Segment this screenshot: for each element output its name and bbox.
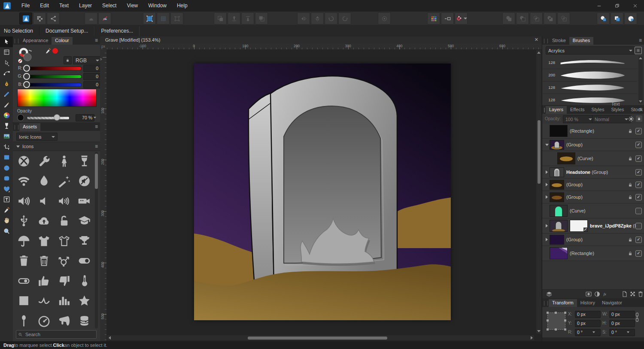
icons-section-header[interactable]: Icons ≡ — [13, 142, 100, 151]
layer-thumbnail[interactable] — [557, 152, 575, 164]
layer-thumbnail[interactable] — [550, 192, 564, 202]
layer-row[interactable]: (Curve) ✓ — [542, 151, 644, 166]
asset-category-select[interactable]: Ionic Icons — [16, 133, 58, 141]
panel-menu-icon[interactable]: ≡ — [95, 124, 98, 129]
layer-row[interactable]: (Group) ✓ — [542, 179, 644, 191]
scroll-down-icon[interactable] — [639, 100, 642, 103]
adjustment-layer-button[interactable] — [594, 291, 601, 297]
tab-history[interactable]: History — [577, 299, 598, 307]
brush-item[interactable]: 200 — [542, 69, 638, 82]
pencil-tool[interactable] — [0, 89, 13, 100]
blend-options-button[interactable] — [628, 115, 635, 122]
layer-row[interactable]: brave_iJpdP8Zpke (Im… — [542, 219, 644, 234]
layer-visibility-checkbox[interactable]: ✓ — [635, 142, 642, 148]
split-view-button[interactable] — [441, 12, 454, 24]
horizontal-scrollbar[interactable] — [107, 335, 534, 340]
channel-slider[interactable] — [26, 67, 82, 70]
opacity-swatch[interactable] — [17, 114, 24, 121]
menu-view[interactable]: View — [122, 0, 143, 12]
tab-effects[interactable]: Effects — [567, 106, 588, 114]
assets-scrollbar-thumb[interactable] — [95, 154, 98, 189]
brushes-scrollbar[interactable] — [638, 56, 643, 103]
vertical-ruler[interactable]: 0 100 200 300 400 500 — [100, 49, 107, 341]
export-persona-button[interactable] — [47, 12, 60, 24]
asset-star[interactable] — [74, 291, 94, 311]
vertical-scrollbar[interactable] — [536, 50, 541, 334]
layer-thumbnail[interactable] — [550, 205, 568, 217]
horizontal-scrollbar-thumb[interactable] — [248, 337, 387, 340]
transform-field-s[interactable]: 0 ° — [609, 329, 635, 336]
asset-tshirt-outline[interactable] — [54, 231, 74, 251]
node-tool[interactable] — [0, 58, 13, 68]
panel-grip[interactable] — [15, 125, 18, 130]
channel-slider[interactable] — [26, 83, 82, 87]
vector-brush-tool[interactable] — [0, 100, 13, 110]
layers-stack-icon[interactable] — [546, 291, 553, 297]
tab-text-styles[interactable]: Text Styles — [608, 100, 627, 114]
collapse-arrow-icon[interactable] — [545, 144, 549, 146]
rotate-clockwise-button[interactable] — [338, 12, 351, 24]
asset-school[interactable] — [74, 211, 94, 231]
panel-menu-icon[interactable]: ≡ — [639, 107, 642, 112]
layer-visibility-checkbox[interactable]: ✓ — [635, 128, 642, 134]
asset-volume-mute[interactable] — [74, 171, 94, 191]
brush-category-select[interactable]: Acrylics — [546, 46, 635, 55]
channel-value[interactable]: 0 — [83, 73, 100, 80]
dropdown-caret-icon[interactable] — [592, 331, 595, 333]
brush-item[interactable]: 128 — [542, 56, 638, 69]
heart-tool[interactable] — [0, 184, 13, 194]
boolean-subtract-button[interactable] — [516, 12, 529, 24]
layer-row[interactable]: (Rectangle) ✓ — [542, 124, 644, 139]
add-pixel-layer-button[interactable] — [629, 291, 636, 297]
asset-thumbs-up[interactable] — [34, 271, 54, 291]
menu-select[interactable]: Select — [97, 0, 122, 12]
opacity-value[interactable]: 70 % — [76, 114, 94, 121]
asset-toggle-outline[interactable] — [14, 271, 34, 291]
document-setup-button[interactable]: Document Setup... — [39, 26, 94, 36]
expand-arrow-icon[interactable] — [546, 224, 548, 228]
delete-layer-button[interactable] — [637, 291, 644, 297]
channel-value[interactable]: 0 — [83, 65, 100, 72]
tab-navigator[interactable]: Navigator — [598, 299, 626, 307]
insert-inside-button[interactable] — [611, 12, 623, 24]
tab-stroke[interactable]: Stroke — [549, 37, 569, 45]
menu-edit[interactable]: Edit — [35, 0, 54, 12]
asset-videocam[interactable] — [74, 191, 94, 211]
layer-visibility-checkbox[interactable]: ✓ — [635, 169, 642, 176]
scroll-up-icon[interactable] — [639, 57, 642, 59]
layer-row[interactable]: (Group) ✓ — [542, 139, 644, 151]
tab-transform[interactable]: Transform — [549, 299, 577, 307]
scroll-down-icon[interactable] — [537, 330, 541, 332]
layer-visibility-checkbox[interactable] — [635, 208, 642, 214]
layer-row[interactable]: (Group) ✓ — [542, 234, 644, 246]
menu-text[interactable]: Text — [54, 0, 74, 12]
menu-help[interactable]: Help — [172, 0, 193, 12]
asset-magic-wand[interactable] — [54, 171, 74, 191]
asset-usb[interactable] — [14, 211, 34, 231]
stroke-fill-selector[interactable] — [17, 47, 34, 64]
expand-arrow-icon[interactable] — [546, 183, 548, 186]
preferences-button[interactable]: Preferences... — [94, 26, 140, 36]
scroll-up-icon[interactable] — [537, 52, 541, 54]
document-canvas[interactable] — [194, 64, 451, 320]
point-transform-tool[interactable] — [0, 68, 13, 79]
colour-mode-select[interactable]: RGB — [73, 56, 102, 64]
fill-tool[interactable] — [0, 110, 13, 121]
document-tab-title[interactable]: Grave [Modified] (153.4%) — [105, 37, 160, 42]
flip-vertical-button[interactable] — [311, 12, 324, 24]
channel-slider-knob[interactable] — [23, 81, 30, 88]
menu-layer[interactable]: Layer — [74, 0, 97, 12]
asset-volume-high[interactable] — [14, 191, 34, 211]
asset-stats-bars[interactable] — [54, 291, 74, 311]
minimize-button[interactable] — [590, 0, 608, 12]
boolean-xor-button[interactable] — [544, 12, 556, 24]
layer-lock-button[interactable] — [636, 115, 642, 122]
scroll-left-icon[interactable] — [109, 336, 111, 340]
expand-arrow-icon[interactable] — [546, 170, 548, 174]
opacity-stepper-icon[interactable] — [94, 117, 96, 118]
asset-thermometer[interactable] — [74, 271, 94, 291]
asset-unlock[interactable] — [54, 211, 74, 231]
layer-thumbnail[interactable] — [550, 220, 568, 232]
opacity-slider-knob[interactable] — [54, 114, 60, 121]
add-layer-button[interactable] — [621, 291, 628, 297]
